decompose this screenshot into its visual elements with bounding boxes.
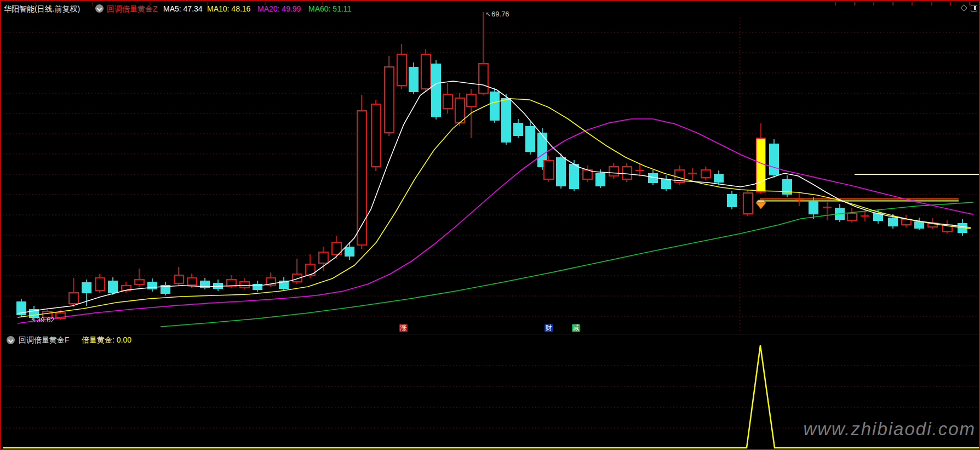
candle [345, 247, 354, 256]
candle [847, 213, 857, 220]
candle [319, 252, 328, 263]
candle [596, 173, 605, 186]
signal-badge: 财 [545, 324, 553, 332]
high-price-annotation: ↖69.76 [485, 10, 509, 18]
candle [455, 98, 465, 123]
high-price-label: 69.76 [491, 10, 509, 18]
candle [385, 67, 394, 133]
signal-badge: 减 [572, 324, 580, 332]
candle [557, 157, 566, 186]
low-price-annotation: ↖39.62 [31, 316, 55, 324]
collapse-indicator-icon[interactable] [95, 4, 104, 13]
candle [902, 219, 911, 225]
ma-line-ma10 [18, 99, 971, 317]
candle [662, 179, 671, 189]
candle [514, 123, 523, 135]
candle [108, 281, 118, 293]
low-price-label: 39.62 [37, 316, 55, 324]
watermark: www.zhibiaodi.com [803, 419, 976, 440]
candle [583, 170, 592, 179]
candle [714, 174, 724, 182]
signal-badge: 涨 [399, 324, 408, 332]
ma20-value: MA20: 49.99 [257, 4, 301, 14]
candle [82, 282, 91, 293]
candle [227, 280, 236, 286]
candle [409, 67, 419, 92]
candle [701, 170, 710, 178]
sub-indicator-value: 倍量黄金: 0.00 [82, 335, 131, 345]
candle [174, 275, 184, 283]
chart-window: 华阳智能(日线.前复权) 回调倍量黄金Z MA5: 47.34 MA10: 48… [0, 0, 980, 450]
candle [187, 278, 197, 285]
sub-indicator-name[interactable]: 回调倍量黄金F [19, 335, 70, 345]
candle [622, 167, 632, 179]
signal-candle [757, 138, 766, 192]
main-indicator-name[interactable]: 回调倍量黄金Z [107, 4, 158, 14]
main-chart-canvas[interactable] [1, 1, 979, 449]
high-marker-arrow-icon: ↖ [485, 10, 491, 18]
candle [467, 94, 476, 106]
low-marker-arrow-icon: ↖ [31, 316, 36, 324]
candle [432, 64, 441, 117]
candle [421, 54, 431, 89]
candle [526, 126, 535, 151]
candle [95, 278, 105, 290]
candle [240, 282, 249, 287]
candle [69, 293, 78, 304]
candle [889, 218, 898, 226]
ma5-value: MA5: 47.34 [163, 4, 203, 14]
candle [502, 98, 511, 142]
collapse-subindicator-icon[interactable] [7, 336, 15, 344]
candle [479, 64, 488, 93]
candle [443, 94, 452, 109]
candle [809, 201, 818, 214]
candle [570, 164, 579, 189]
ma10-value: MA10: 48.16 [207, 4, 250, 14]
candle [743, 193, 753, 214]
gem-icon [756, 203, 766, 209]
panel-layout-icon[interactable] [971, 5, 977, 12]
stock-title: 华阳智能(日线.前复权) [4, 4, 80, 14]
candle [609, 167, 618, 176]
candle [544, 161, 553, 179]
ma60-value: MA60: 51.11 [308, 4, 351, 14]
candle [214, 283, 223, 288]
candle [490, 92, 500, 120]
candle [371, 104, 381, 167]
candle [397, 54, 406, 86]
candle [915, 221, 924, 228]
candle [727, 194, 737, 207]
candle [135, 280, 144, 284]
candle [770, 144, 779, 175]
